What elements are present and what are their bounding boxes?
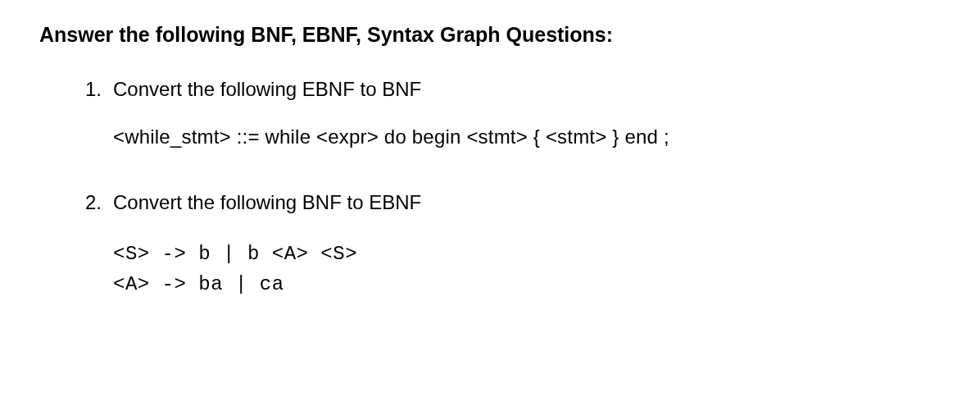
- question-1-row: 1. Convert the following EBNF to BNF: [85, 78, 941, 101]
- question-2-number: 2.: [85, 191, 113, 214]
- question-2-prompt: Convert the following BNF to EBNF: [113, 191, 421, 214]
- page-heading: Answer the following BNF, EBNF, Syntax G…: [39, 23, 941, 47]
- question-1-number: 1.: [85, 78, 113, 101]
- question-1-grammar: <while_stmt> ::= while <expr> do begin <…: [113, 126, 941, 148]
- question-1-prompt: Convert the following EBNF to BNF: [113, 78, 421, 101]
- code-line-1: <S> -> b | b <A> <S>: [113, 239, 941, 269]
- question-2-code: <S> -> b | b <A> <S> <A> -> ba | ca: [113, 239, 941, 299]
- question-2-row: 2. Convert the following BNF to EBNF: [85, 191, 941, 214]
- question-2: 2. Convert the following BNF to EBNF <S>…: [85, 191, 941, 299]
- code-line-2: <A> -> ba | ca: [113, 269, 941, 299]
- question-1: 1. Convert the following EBNF to BNF <wh…: [85, 78, 941, 148]
